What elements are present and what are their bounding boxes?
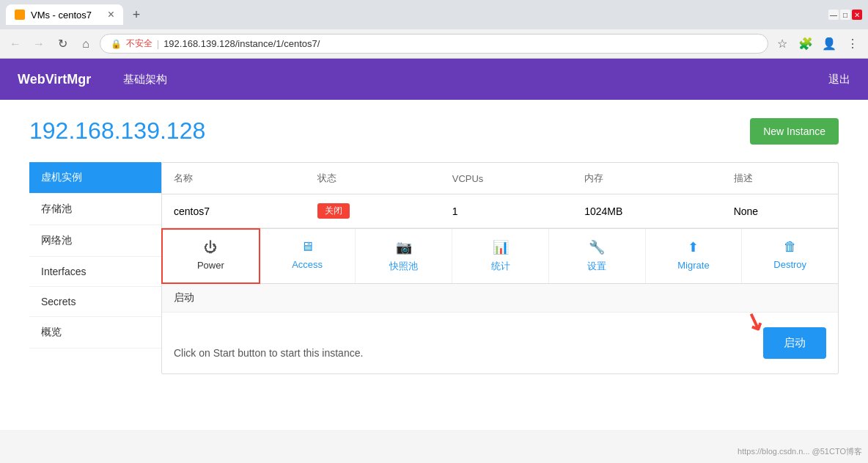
sidebar: 虚机实例 存储池 网络池 Interfaces Secrets 概览	[29, 162, 161, 374]
main-content-panel: 名称 状态 VCPUs 内存 描述 centos7 关闭 1 1024M	[161, 162, 839, 374]
settings-icon: 🔧	[589, 239, 605, 255]
page-header: 192.168.139.128 New Instance	[29, 117, 839, 145]
tab-power[interactable]: ⏻ Power	[161, 228, 260, 284]
tab-settings-label: 设置	[587, 260, 606, 273]
tab-access[interactable]: 🖥 Access	[260, 229, 356, 283]
close-button[interactable]: ✕	[852, 10, 862, 20]
migrate-icon: ⬆	[688, 239, 699, 255]
sidebar-item-network[interactable]: 网络池	[29, 225, 161, 257]
tab-destroy[interactable]: 🗑 Destroy	[742, 229, 838, 283]
lock-icon: 🔒	[111, 39, 122, 49]
forward-button: →	[29, 34, 48, 54]
tab-stats[interactable]: 📊 统计	[452, 229, 549, 283]
snapshot-icon: 📷	[396, 239, 412, 255]
col-name: 名称	[162, 163, 306, 194]
bookmark-icon[interactable]: ☆	[773, 34, 792, 54]
profile-icon[interactable]: 👤	[820, 34, 839, 54]
col-status: 状态	[306, 163, 441, 194]
power-message: Click on Start button to start this inst…	[174, 347, 363, 359]
tab-migrate[interactable]: ⬆ Migrate	[646, 229, 743, 283]
tab-settings[interactable]: 🔧 设置	[549, 229, 646, 283]
col-vcpus: VCPUs	[441, 163, 573, 194]
browser-chrome: VMs - centos7 × + — □ ✕ ← → ↻ ⌂ 🔒 不安全 | …	[0, 0, 868, 59]
app-main: 192.168.139.128 New Instance 虚机实例 存储池 网络…	[0, 100, 868, 430]
logout-button[interactable]: 退出	[828, 73, 850, 87]
row-name: centos7	[162, 194, 306, 228]
sidebar-item-vm[interactable]: 虚机实例	[29, 162, 161, 194]
menu-icon[interactable]: ⋮	[843, 34, 862, 54]
tab-access-label: Access	[292, 259, 323, 270]
new-instance-button[interactable]: New Instance	[750, 118, 839, 145]
row-status: 关闭	[306, 194, 441, 228]
power-panel: 启动 Click on Start button to start this i…	[162, 284, 838, 373]
browser-action-icons: ☆ 🧩 👤 ⋮	[773, 34, 862, 54]
access-icon: 🖥	[301, 239, 314, 255]
tab-stats-label: 统计	[491, 260, 510, 273]
address-bar[interactable]: 🔒 不安全 | 192.168.139.128/instance/1/cento…	[100, 34, 768, 54]
browser-titlebar: VMs - centos7 × + — □ ✕	[0, 0, 868, 29]
tab-snapshot[interactable]: 📷 快照池	[356, 229, 452, 283]
tab-migrate-label: Migrate	[677, 260, 709, 271]
tab-power-label: Power	[197, 260, 224, 271]
refresh-button[interactable]: ↻	[53, 34, 72, 54]
browser-tab[interactable]: VMs - centos7 ×	[6, 4, 123, 25]
instance-table: 名称 状态 VCPUs 内存 描述 centos7 关闭 1 1024M	[162, 163, 838, 228]
destroy-icon: 🗑	[784, 239, 797, 255]
table-row[interactable]: centos7 关闭 1 1024MB None	[162, 194, 838, 228]
start-button[interactable]: 启动	[763, 327, 826, 359]
tab-title: VMs - centos7	[31, 10, 92, 21]
stats-icon: 📊	[493, 239, 509, 255]
page-title: 192.168.139.128	[29, 117, 205, 145]
tab-snapshot-label: 快照池	[389, 260, 418, 273]
power-panel-title: 启动	[174, 291, 194, 303]
row-description: None	[722, 194, 838, 228]
power-panel-header: 启动	[162, 284, 838, 313]
maximize-button[interactable]: □	[840, 10, 850, 20]
sidebar-item-storage[interactable]: 存储池	[29, 194, 161, 225]
power-icon: ⏻	[204, 240, 217, 255]
action-tabs: ⏻ Power 🖥 Access 📷 快照池 📊 统计 🔧 设置	[162, 228, 838, 284]
tab-favicon-icon	[15, 10, 25, 20]
app-brand: WebVirtMgr	[18, 72, 91, 87]
tab-close-icon[interactable]: ×	[108, 9, 114, 21]
address-separator: |	[157, 39, 159, 49]
address-text: 192.168.139.128/instance/1/centos7/	[163, 38, 757, 49]
back-button: ←	[6, 34, 25, 54]
tab-destroy-label: Destroy	[773, 259, 806, 270]
col-memory: 内存	[573, 163, 721, 194]
app-navbar: WebVirtMgr 基础架构 退出	[0, 59, 868, 100]
sidebar-item-overview[interactable]: 概览	[29, 317, 161, 349]
window-controls: — □ ✕	[828, 10, 862, 20]
col-description: 描述	[722, 163, 838, 194]
address-bar-container: ← → ↻ ⌂ 🔒 不安全 | 192.168.139.128/instance…	[0, 29, 868, 58]
new-tab-button[interactable]: +	[126, 4, 147, 25]
minimize-button[interactable]: —	[828, 10, 839, 20]
nav-item-infrastructure[interactable]: 基础架构	[114, 59, 176, 100]
sidebar-item-interfaces[interactable]: Interfaces	[29, 257, 161, 287]
row-memory: 1024MB	[573, 194, 721, 228]
security-label: 不安全	[126, 37, 152, 50]
status-badge: 关闭	[317, 203, 350, 219]
extension-icon[interactable]: 🧩	[796, 34, 815, 54]
row-vcpus: 1	[441, 194, 573, 228]
sidebar-item-secrets[interactable]: Secrets	[29, 287, 161, 317]
content-area: 虚机实例 存储池 网络池 Interfaces Secrets 概览	[29, 162, 839, 374]
power-panel-body: Click on Start button to start this inst…	[162, 313, 838, 373]
home-button[interactable]: ⌂	[76, 34, 95, 54]
